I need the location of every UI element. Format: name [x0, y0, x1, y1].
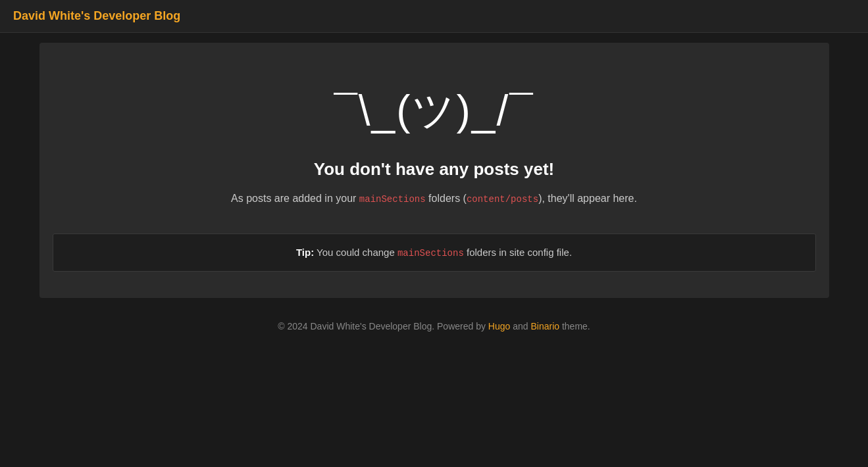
footer-copyright: © 2024 David White's Developer Blog. Pow… — [278, 321, 488, 332]
site-footer: © 2024 David White's Developer Blog. Pow… — [0, 308, 868, 345]
site-title-link[interactable]: David White's Developer Blog — [13, 9, 180, 22]
description-part2: folders ( — [426, 193, 467, 204]
description-text: As posts are added in your mainSections … — [231, 190, 637, 207]
main-wrapper: ¯\_(ツ)_/¯ You don't have any posts yet! … — [39, 43, 829, 298]
tip-label: Tip: — [296, 247, 314, 258]
footer-theme: theme. — [559, 321, 590, 332]
content-area: ¯\_(ツ)_/¯ You don't have any posts yet! … — [39, 43, 829, 298]
main-sections-code: mainSections — [359, 194, 426, 205]
hugo-link[interactable]: Hugo — [488, 321, 510, 332]
tip-part2: folders in site config file. — [464, 247, 572, 258]
no-posts-heading: You don't have any posts yet! — [314, 159, 554, 180]
shrug-emoticon: ¯\_(ツ)_/¯ — [334, 82, 534, 139]
content-posts-code: content/posts — [467, 194, 538, 205]
site-header: David White's Developer Blog — [0, 0, 868, 33]
tip-mainsections-code: mainSections — [397, 248, 464, 258]
footer-and: and — [510, 321, 530, 332]
binario-link[interactable]: Binario — [530, 321, 559, 332]
tip-part1: You could change — [314, 247, 397, 258]
description-part1: As posts are added in your — [231, 193, 359, 204]
description-part3: ), they'll appear here. — [538, 193, 637, 204]
tip-box: Tip: You could change mainSections folde… — [53, 234, 816, 272]
